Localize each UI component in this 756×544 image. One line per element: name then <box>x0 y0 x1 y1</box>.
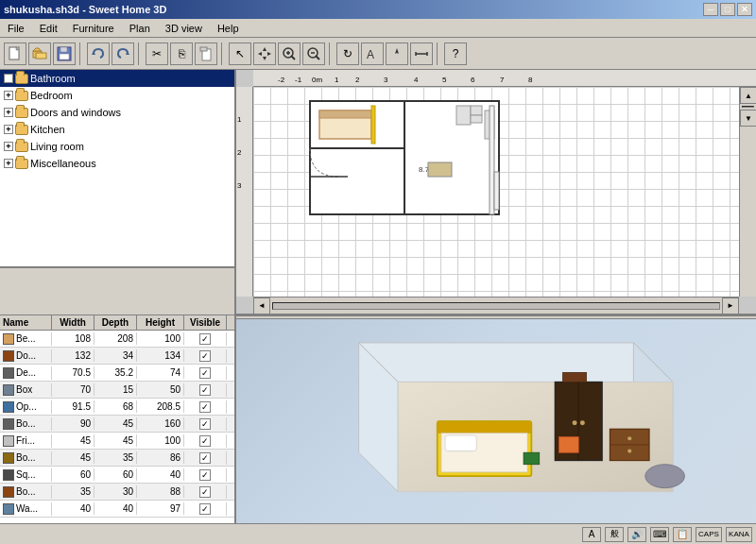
table-row[interactable]: Bo... 45 35 86 ✓ <box>0 450 234 467</box>
text-button[interactable]: A <box>361 42 384 65</box>
zoom-in-button[interactable] <box>278 42 301 65</box>
table-row[interactable]: Op... 91.5 68 208.5 ✓ <box>0 399 234 416</box>
toolbar-sep-2 <box>138 42 142 65</box>
table-row[interactable]: Sq... 60 60 40 ✓ <box>0 467 234 484</box>
expand-kitchen[interactable]: + <box>4 125 13 134</box>
tree-item-misc[interactable]: + Miscellaneous <box>0 155 234 172</box>
status-icon-sound: 🔊 <box>627 527 646 542</box>
svg-marker-25 <box>395 54 399 60</box>
col-depth: Depth <box>94 315 137 330</box>
minimize-button[interactable]: ─ <box>703 3 718 16</box>
scroll-down-button[interactable]: ▼ <box>740 110 756 127</box>
pan-button[interactable] <box>253 42 276 65</box>
table-row[interactable]: Wa... 40 40 97 ✓ <box>0 501 234 518</box>
menu-plan[interactable]: Plan <box>122 21 158 36</box>
tree-item-living[interactable]: + Living room <box>0 138 234 155</box>
table-row[interactable]: De... 70.5 35.2 74 ✓ <box>0 365 234 382</box>
tree-item-doors[interactable]: + Doors and windows <box>0 104 234 121</box>
table-row[interactable]: Box 70 15 50 ✓ <box>0 382 234 399</box>
table-row[interactable]: Do... 132 34 134 ✓ <box>0 348 234 365</box>
table-row[interactable]: Be... 108 208 100 ✓ <box>0 331 234 348</box>
svg-rect-36 <box>471 106 482 115</box>
zoom-out-button[interactable] <box>302 42 325 65</box>
measure-button[interactable] <box>410 42 433 65</box>
open-button[interactable] <box>28 42 51 65</box>
svg-point-55 <box>580 420 585 425</box>
table-row[interactable]: Fri... 45 45 100 ✓ <box>0 433 234 450</box>
paste-button[interactable] <box>195 42 217 65</box>
vertical-scrollbar[interactable]: ▲ ▼ <box>739 87 756 297</box>
select-button[interactable]: ↖ <box>229 42 251 65</box>
folder-icon-bathroom <box>15 72 28 85</box>
svg-marker-3 <box>33 48 41 51</box>
title-bar: shukusha.sh3d - Sweet Home 3D ─ □ ✕ <box>0 0 756 19</box>
status-icon-a: A <box>582 527 601 542</box>
menu-help[interactable]: Help <box>210 21 247 36</box>
save-button[interactable] <box>53 42 76 65</box>
maximize-button[interactable]: □ <box>720 3 735 16</box>
status-icon-ime: 📋 <box>673 527 692 542</box>
expand-doors[interactable]: + <box>4 108 13 117</box>
toolbar: ✂ ⎘ ↖ ↻ A ? <box>0 38 756 70</box>
table-row[interactable]: Bo... 90 45 160 ✓ <box>0 416 234 433</box>
tree-label-bedroom: Bedroom <box>30 90 73 101</box>
compass-button[interactable] <box>386 42 408 65</box>
expand-living[interactable]: + <box>4 142 13 151</box>
expand-bedroom[interactable]: + <box>4 91 13 100</box>
menu-file[interactable]: File <box>0 21 32 36</box>
close-button[interactable]: ✕ <box>737 3 752 16</box>
svg-rect-11 <box>200 47 207 51</box>
svg-point-59 <box>627 436 631 440</box>
tree-label-doors: Doors and windows <box>30 107 121 118</box>
svg-marker-44 <box>359 343 673 382</box>
svg-rect-34 <box>371 106 375 144</box>
svg-rect-63 <box>558 437 578 453</box>
svg-marker-14 <box>258 52 262 56</box>
tree-item-bathroom[interactable]: - Bathroom <box>0 70 234 87</box>
tree-label-kitchen: Kitchen <box>30 124 65 135</box>
undo-button[interactable] <box>87 42 110 65</box>
svg-marker-12 <box>263 47 266 51</box>
folder-icon-living <box>15 140 28 153</box>
tree-item-bedroom[interactable]: + Bedroom <box>0 87 234 104</box>
menu-bar: File Edit Furniture Plan 3D view Help <box>0 19 756 38</box>
expand-misc[interactable]: + <box>4 159 13 168</box>
scroll-up-button[interactable]: ▲ <box>740 87 756 104</box>
help-button[interactable]: ? <box>444 42 467 65</box>
expand-bathroom[interactable]: - <box>4 74 13 83</box>
menu-furniture[interactable]: Furniture <box>65 21 122 36</box>
folder-icon-doors <box>15 106 28 119</box>
menu-3dview[interactable]: 3D view <box>158 21 210 36</box>
scroll-left-button[interactable]: ◄ <box>253 298 270 314</box>
menu-edit[interactable]: Edit <box>32 21 65 36</box>
status-icon-kana: KANA <box>726 527 752 542</box>
scroll-track-h[interactable] <box>272 302 720 310</box>
col-visible: Visible <box>184 315 227 330</box>
table-row[interactable]: Bo... 35 30 88 ✓ <box>0 484 234 501</box>
svg-point-62 <box>645 465 685 488</box>
copy-button[interactable]: ⎘ <box>170 42 193 65</box>
grid-area[interactable]: 8.79 <box>253 87 756 297</box>
folder-icon-kitchen <box>15 123 28 136</box>
col-height: Height <box>137 315 184 330</box>
svg-rect-33 <box>319 110 371 118</box>
tree-item-kitchen[interactable]: + Kitchen <box>0 121 234 138</box>
svg-rect-4 <box>36 53 46 59</box>
window-title: shukusha.sh3d - Sweet Home 3D <box>4 4 166 15</box>
plan-view-2d[interactable]: -2 -1 0m 1 2 3 4 5 6 7 8 1 2 3 <box>236 70 756 315</box>
table-header: Name Width Depth Height Visible <box>0 315 234 331</box>
folder-icon-bedroom <box>15 89 28 102</box>
redo-button[interactable] <box>112 42 134 65</box>
svg-rect-40 <box>494 172 499 210</box>
rotate-button[interactable]: ↻ <box>336 42 359 65</box>
new-button[interactable] <box>4 42 26 65</box>
scroll-right-button[interactable]: ► <box>722 298 739 314</box>
middle-panel <box>0 268 234 315</box>
plan-view-3d[interactable] <box>236 319 756 523</box>
svg-text:A: A <box>367 48 374 61</box>
horizontal-scrollbar[interactable]: ◄ ► <box>253 297 739 314</box>
window-controls: ─ □ ✕ <box>703 3 752 16</box>
status-bar: A 般 🔊 ⌨ 📋 CAPS KANA <box>0 523 756 544</box>
cut-button[interactable]: ✂ <box>146 42 168 65</box>
main-layout: - Bathroom + Bedroom + Doors and windows <box>0 70 756 523</box>
